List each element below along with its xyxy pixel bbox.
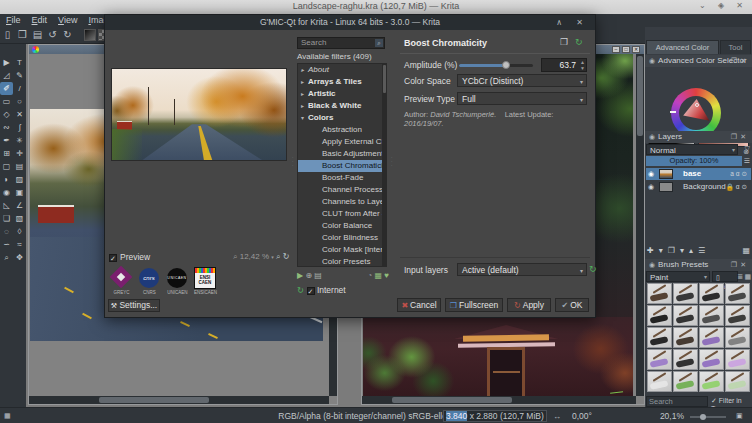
brush-preset[interactable] (699, 327, 724, 348)
visibility-eye-icon[interactable]: ◉ (648, 181, 654, 193)
zoom-slider-handle[interactable] (700, 414, 706, 420)
refresh-filters-icon[interactable]: ↻ (297, 285, 304, 295)
tool-gradient[interactable]: ▤ (13, 160, 26, 173)
filter-boost-chromaticity[interactable]: Boost Chromaticity (298, 160, 386, 172)
delete-layer-button[interactable]: ▦ (742, 246, 750, 255)
tool-transform[interactable]: ⊞ (0, 147, 13, 160)
move-layer-down-button[interactable]: ▾ (680, 246, 684, 255)
filter-channels-to-layers[interactable]: Channels to Layers (298, 196, 386, 208)
canvas-rotation-value[interactable]: 0,00° (572, 411, 592, 421)
brush-preset[interactable] (647, 349, 672, 370)
tool-enclose-fill[interactable]: ▣ (13, 186, 26, 199)
menu-edit[interactable]: Edit (32, 14, 48, 27)
tool-ellipse[interactable]: ○ (13, 95, 26, 108)
filter-colors[interactable]: ▾Colors (298, 112, 386, 124)
tool-reference-images[interactable]: ❏ (0, 212, 13, 225)
dialog-titlebar[interactable]: G'MIC-Qt for Krita - Linux 64 bits - 3.0… (105, 15, 595, 30)
zoom-in-icon[interactable]: ⌕ (276, 252, 280, 261)
add-fave-icon[interactable]: ▶ (297, 271, 303, 280)
brush-preset[interactable] (673, 305, 698, 326)
tool-pattern-edit[interactable]: ▨ (13, 173, 26, 186)
zoom-slider[interactable] (690, 416, 726, 418)
move-layer-up-button[interactable]: ▴ (689, 246, 693, 255)
opacity-slider[interactable]: Opacity: 100% (646, 156, 742, 166)
tool-pan[interactable]: ✥ (13, 251, 26, 264)
scrollbar-thumb[interactable] (383, 65, 386, 93)
tool-fill[interactable]: ◉ (0, 186, 13, 199)
tag-button[interactable]: ▯ Tag (712, 271, 738, 282)
collapsed-arrow-icon[interactable]: ▸ (301, 64, 308, 76)
scrollbar-thumb[interactable] (637, 56, 643, 136)
tool-polyline[interactable]: ✕ (13, 108, 26, 121)
tool-crop[interactable]: ▢ (0, 160, 13, 173)
tool-rectangle[interactable]: ▭ (0, 95, 13, 108)
amplitude-slider[interactable] (459, 64, 533, 67)
new-document-icon[interactable]: ▯ (0, 27, 15, 43)
checkbox-icon[interactable]: ✓ (307, 287, 315, 295)
amplitude-slider-handle[interactable] (502, 61, 510, 69)
docker-float-close-icons[interactable]: ❐✕ (731, 259, 749, 271)
brush-preset[interactable] (647, 305, 672, 326)
tool-select-rectangular[interactable]: ▧ (13, 212, 26, 225)
subwindow-minimize-button[interactable]: – (612, 46, 620, 53)
dialog-shade-close-icons[interactable]: ∧ ✕ (556, 15, 589, 30)
filter-channel-processing[interactable]: Channel Processing (298, 184, 386, 196)
color-profile-icon[interactable]: ▦ (4, 412, 11, 420)
filter-apply-external-clut[interactable]: Apply External CLUT (298, 136, 386, 148)
docker-float-close-icons[interactable]: ❐✕ (731, 55, 749, 67)
preview-zoom-value[interactable]: 12,42 % (240, 252, 269, 261)
layer-row-background[interactable]: ◉ Background 🔒α⊙ (646, 181, 751, 193)
brush-preset[interactable] (647, 327, 672, 348)
filter-clut-from-after-before[interactable]: CLUT from After - Before (298, 208, 386, 220)
chevron-down-icon[interactable]: ▾ (271, 254, 274, 260)
brush-preset[interactable] (725, 305, 750, 326)
brush-preset[interactable] (725, 371, 750, 392)
filter-color-balance[interactable]: Color Balance (298, 220, 386, 232)
filter-color-presets[interactable]: Color Presets (298, 256, 386, 267)
tool-freehand-brush[interactable]: ✐ (0, 82, 13, 95)
rename-fave-icon[interactable]: ⊕ (305, 271, 312, 280)
horizontal-scrollbar[interactable] (29, 396, 329, 404)
fit-width-icon[interactable]: ↔ (553, 412, 561, 421)
input-layers-dropdown[interactable]: Active (default)▾ (457, 263, 587, 276)
brush-preset[interactable] (699, 371, 724, 392)
collapsed-arrow-icon[interactable]: ▸ (301, 88, 308, 100)
filter-black-white[interactable]: ▸Black & White (298, 100, 386, 112)
brush-preset[interactable] (673, 283, 698, 304)
add-layer-chevron-icon[interactable]: ▾ (659, 246, 663, 255)
apply-button[interactable]: ↻Apply (507, 298, 551, 312)
brush-preset[interactable] (725, 283, 750, 304)
scrollbar-thumb[interactable] (392, 397, 512, 403)
brush-preset[interactable] (725, 349, 750, 370)
brush-preset[interactable] (699, 349, 724, 370)
tab-tool-options[interactable]: Tool Opt... (720, 40, 751, 54)
tool-polygon[interactable]: ◇ (0, 108, 13, 121)
subwindow-close-button[interactable]: ✕ (632, 46, 640, 53)
expand-icon[interactable]: ◔ (367, 271, 372, 280)
brush-preset[interactable] (699, 305, 724, 326)
tool-multibrush[interactable]: ✳ (13, 134, 26, 147)
save-icon[interactable]: ▤ (30, 27, 45, 43)
tool-edit-shapes[interactable]: ◿ (0, 69, 13, 82)
fullscreen-button[interactable]: ❒Fullscreen (445, 298, 503, 312)
tool-dynamic-brush[interactable]: ✒ (0, 134, 13, 147)
tool-bezier-curve[interactable]: ∾ (0, 121, 13, 134)
tool-assistants[interactable]: ◺ (0, 199, 13, 212)
filter-search-input[interactable]: Search ⌕ (297, 37, 385, 49)
collapse-icon[interactable]: ▦ (374, 271, 382, 280)
vertical-scrollbar[interactable] (636, 54, 644, 396)
tool-color-sampler[interactable]: ◗ (0, 173, 13, 186)
collapsed-arrow-icon[interactable]: ▸ (301, 100, 308, 112)
scrollbar-thumb[interactable] (99, 397, 209, 403)
copy-and-reset-icons[interactable]: ❐↻ (560, 37, 590, 47)
brush-preset[interactable] (673, 349, 698, 370)
visibility-eye-icon[interactable]: ◉ (648, 168, 654, 180)
layer-row-base[interactable]: ◉ base aα⊙ (646, 168, 751, 180)
tool-measure[interactable]: ∠ (13, 199, 26, 212)
menu-view[interactable]: View (58, 14, 77, 27)
filter-preview-image[interactable] (111, 68, 287, 161)
tool-line[interactable]: / (13, 82, 26, 95)
save-fave-icon[interactable]: ▤ (314, 271, 322, 280)
preset-category-dropdown[interactable]: Paint▾ (646, 271, 710, 282)
cancel-button[interactable]: ✖Cancel (397, 298, 441, 312)
